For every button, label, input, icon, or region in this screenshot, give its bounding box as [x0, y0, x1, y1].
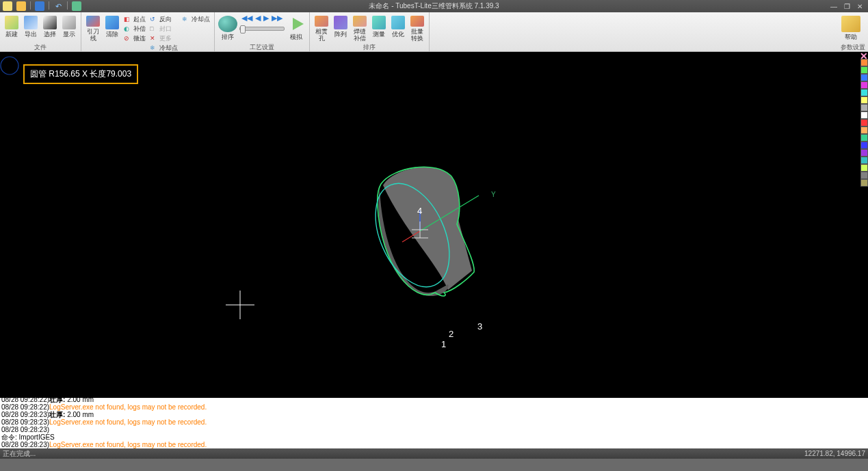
color-swatch-16[interactable] [860, 179, 868, 187]
cool-item[interactable]: ❄冷却点 [181, 15, 211, 24]
node-label-3: 3 [477, 321, 482, 332]
qat-save-icon[interactable] [35, 1, 44, 11]
new-button[interactable]: 新建 [3, 14, 21, 42]
btn-label: 新建 [5, 31, 18, 38]
color-swatch-1[interactable] [860, 66, 868, 74]
measure-button[interactable]: 测量 [370, 14, 388, 42]
btn-label: 焊缝补偿 [352, 28, 368, 42]
status-coords: 12271.82, 14996.17 [804, 450, 865, 457]
simulate2-button[interactable]: 模拟 [286, 14, 306, 42]
axis-y-label: Y [491, 191, 496, 198]
qat-open-icon[interactable] [16, 1, 26, 11]
color-swatch-3[interactable] [860, 81, 868, 89]
status-text: 正在完成... [3, 449, 36, 459]
next-button[interactable]: ▶ [263, 14, 269, 23]
minimize-button[interactable]: — [830, 3, 837, 10]
rewind-button[interactable]: ◀◀ [241, 14, 252, 23]
status-bar: 正在完成... 12271.82, 14996.17 [0, 448, 868, 459]
qat-sep3 [67, 1, 68, 10]
ribbon-group-view: 引刀线清除 ◧起点◐补偿⊘微连 ↺反向□封口✕更多❄冷却点 ❄冷却点 查看 [81, 12, 215, 51]
color-swatch-10[interactable] [860, 134, 868, 142]
node-label-4: 4 [417, 206, 422, 216]
log-line: 08/28 09:28:23) [1, 426, 867, 433]
color-swatch-13[interactable] [860, 157, 868, 164]
micro-item[interactable]: ⊘微连 [122, 34, 147, 43]
node-label-1: 1 [441, 339, 446, 349]
convert-button[interactable]: 批量转换 [408, 14, 426, 42]
btn-label: 引刀线 [85, 28, 101, 42]
help-button[interactable]: 帮助 [841, 14, 861, 42]
btn-label: 相贯孔 [313, 28, 330, 42]
btn-label: 测量 [373, 31, 385, 38]
qat-tools-icon[interactable] [72, 1, 81, 11]
log-line: 08/28 09:28:23)壮厚: 2.00 mm [1, 411, 867, 418]
color-swatch-12[interactable] [860, 149, 868, 157]
qat-sep [30, 1, 31, 10]
leadline-button[interactable]: 引刀线 [84, 14, 102, 42]
color-swatch-0[interactable] [860, 59, 868, 66]
viewport-3d[interactable]: ✕ Y 1234 圆管 R156.65 X 长度79. [0, 52, 868, 398]
mini-label: 补偿 [133, 25, 146, 33]
show-button[interactable]: 显示 [60, 14, 78, 42]
svg-point-0 [1, 57, 18, 75]
corel-button[interactable]: 相贯孔 [313, 14, 330, 42]
color-swatch-9[interactable] [860, 126, 868, 134]
simulate-button[interactable]: 排序 [218, 14, 238, 42]
clear-button[interactable]: 清除 [103, 14, 121, 42]
pipe-info-box: 圆管 R156.65 X 长度79.003 [23, 64, 138, 84]
color-swatch-15[interactable] [860, 172, 868, 179]
startpt-item[interactable]: ◧起点 [122, 15, 147, 24]
btn-label: 显示 [63, 31, 75, 38]
btn-label: 选择 [44, 31, 56, 38]
log-line: 08/28 09:28:23)LogServer.exe not found, … [1, 441, 867, 448]
mini-label: 起点 [133, 15, 146, 24]
playback-controls: ◀◀ ◀ ▶ ▶▶ [241, 14, 282, 23]
weldcomp-button[interactable]: 焊缝补偿 [351, 14, 369, 42]
mini-label: 冷却点 [192, 15, 210, 24]
title-bar: ↶ 未命名 - TubesT-Lite三维管料系统 7.1.39.3 — ❐ ✕ [0, 0, 868, 12]
color-swatch-11[interactable] [860, 142, 868, 149]
color-swatch-8[interactable] [860, 119, 868, 126]
color-swatch-4[interactable] [860, 89, 868, 96]
import-button[interactable]: 导出 [22, 14, 40, 42]
select-button[interactable]: 选择 [41, 14, 59, 42]
pipe-info-text: 圆管 R156.65 X 长度79.003 [30, 69, 131, 79]
log-line: 08/28 09:28:23)LogServer.exe not found, … [1, 418, 867, 426]
ffwd-button[interactable]: ▶▶ [272, 14, 282, 23]
array-button[interactable]: 阵列 [332, 14, 350, 42]
log-line: 命令: ImportIGES [1, 433, 867, 441]
window-controls: — ❐ ✕ [830, 3, 868, 10]
app-title: 未命名 - TubesT-Lite三维管料系统 7.1.39.3 [369, 1, 499, 11]
mini-label: 微连 [133, 34, 146, 43]
btn-label: 模拟 [290, 33, 302, 40]
ribbon: 新建导出选择显示 文件 引刀线清除 ◧起点◐补偿⊘微连 ↺反向□封口✕更多❄冷却… [0, 12, 868, 52]
optimize-button[interactable]: 优化 [389, 14, 407, 42]
seal-item[interactable]: □封口 [148, 25, 179, 33]
color-swatch-14[interactable] [860, 164, 868, 172]
btn-label: 清除 [106, 31, 118, 38]
mini-label: 封口 [159, 25, 172, 33]
comp-item[interactable]: ◐补偿 [122, 25, 147, 33]
btn-label: 帮助 [845, 33, 857, 40]
color-palette [860, 59, 868, 187]
reverse-item[interactable]: ↺反向 [148, 15, 179, 24]
color-swatch-5[interactable] [860, 96, 868, 104]
color-swatch-6[interactable] [860, 104, 868, 111]
log-line: 08/28 09:28:22)壮厚: 2.00 mm [1, 398, 867, 403]
more-item[interactable]: ✕更多 [148, 34, 179, 43]
color-swatch-2[interactable] [860, 74, 868, 81]
node-label-2: 2 [449, 329, 453, 339]
log-panel[interactable]: 08/28 09:28:22)壮厚: 2.00 mm08/28 09:28:22… [0, 398, 868, 448]
prev-button[interactable]: ◀ [255, 14, 261, 23]
maximize-button[interactable]: ❐ [844, 3, 850, 10]
close-button[interactable]: ✕ [857, 3, 863, 10]
playback-slider[interactable] [239, 27, 285, 31]
qat-undo-icon[interactable]: ↶ [53, 1, 63, 11]
qat-sep2 [49, 1, 49, 10]
color-swatch-7[interactable] [860, 111, 868, 119]
ribbon-group-process: 排序 ◀◀ ◀ ▶ ▶▶ 模拟 工艺设置 [215, 12, 310, 51]
qat-new-icon[interactable] [3, 1, 12, 11]
log-line: 08/28 09:28:22)LogServer.exe not found, … [1, 403, 867, 411]
btn-label: 批量转换 [409, 28, 425, 42]
btn-label: 排序 [222, 33, 234, 40]
